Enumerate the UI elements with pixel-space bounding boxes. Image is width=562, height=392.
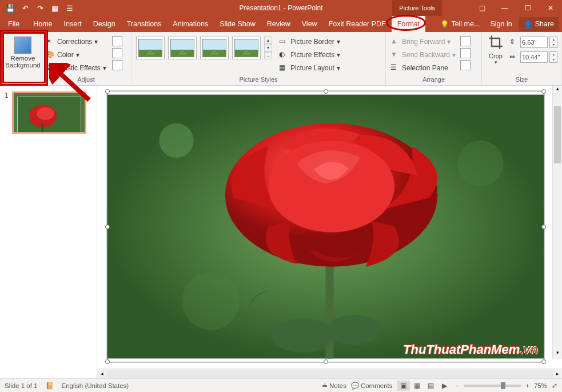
- selection-pane-icon: ☰: [390, 63, 400, 73]
- fit-to-window-icon[interactable]: ⤢: [552, 382, 557, 390]
- resize-handle-ne[interactable]: [541, 89, 546, 94]
- picture-border-dropdown[interactable]: ▭Picture Border▾: [277, 35, 342, 48]
- bring-forward-button[interactable]: ▲Bring Forward▾: [388, 35, 458, 48]
- start-from-beginning-icon[interactable]: ▦: [48, 1, 62, 15]
- share-button[interactable]: 👤 Share: [519, 17, 559, 31]
- tab-view[interactable]: View: [296, 16, 323, 32]
- reset-picture-icon[interactable]: [112, 60, 122, 70]
- style-preset-4[interactable]: [232, 37, 261, 59]
- slideshow-view-icon[interactable]: ▶: [439, 381, 451, 391]
- tab-foxit-pdf[interactable]: Foxit Reader PDF: [323, 16, 392, 32]
- slide-canvas-area: ▴ ▾: [97, 86, 562, 378]
- zoom-slider[interactable]: [464, 385, 521, 387]
- spell-check-icon[interactable]: 📔: [46, 382, 54, 390]
- svg-point-2: [37, 107, 54, 120]
- slide-thumbnail-1[interactable]: 1: [5, 91, 92, 134]
- height-row: ⇕ 6.63" ▴▾: [509, 37, 557, 48]
- notes-button[interactable]: ≐Notes: [322, 382, 346, 390]
- zoom-in-icon[interactable]: +: [525, 382, 529, 389]
- height-icon: ⇕: [509, 38, 519, 47]
- resize-handle-s[interactable]: [324, 359, 328, 364]
- slide-sorter-view-icon[interactable]: ▦: [411, 381, 424, 391]
- tab-design[interactable]: Design: [87, 16, 121, 32]
- height-input[interactable]: 6.63": [520, 37, 548, 48]
- resize-handle-se[interactable]: [541, 359, 546, 364]
- maximize-icon[interactable]: ☐: [516, 0, 539, 16]
- slide-counter[interactable]: Slide 1 of 1: [5, 382, 38, 389]
- resize-handle-w[interactable]: [105, 225, 110, 229]
- change-picture-icon[interactable]: [112, 48, 122, 58]
- width-input[interactable]: 10.44": [520, 51, 548, 63]
- minimize-icon[interactable]: —: [493, 0, 516, 16]
- tab-home[interactable]: Home: [27, 16, 58, 32]
- contextual-tab-label: Picture Tools: [392, 0, 442, 16]
- artistic-icon: 🖼: [46, 63, 55, 73]
- ribbon-display-options-icon[interactable]: ▢: [471, 0, 493, 16]
- language-indicator[interactable]: English (United States): [62, 382, 129, 389]
- slide-canvas[interactable]: ThuThuatPhanMem.vn: [106, 90, 545, 363]
- artistic-effects-dropdown[interactable]: 🖼Artistic Effects▾: [43, 62, 109, 74]
- save-icon[interactable]: 💾: [3, 1, 17, 15]
- redo-icon[interactable]: ↷: [33, 1, 47, 15]
- remove-bg-line2: Background: [5, 62, 40, 69]
- reading-view-icon[interactable]: ▤: [425, 381, 437, 391]
- tab-animations[interactable]: Animations: [167, 16, 214, 32]
- width-spinner[interactable]: ▴▾: [549, 51, 557, 63]
- close-icon[interactable]: ✕: [539, 0, 562, 16]
- resize-handle-e[interactable]: [541, 225, 546, 229]
- width-row: ⇔ 10.44" ▴▾: [509, 51, 557, 63]
- align-icon[interactable]: [460, 36, 471, 46]
- send-backward-button[interactable]: ▼Send Backward▾: [388, 49, 458, 61]
- selection-pane-button[interactable]: ☰Selection Pane: [388, 62, 458, 74]
- color-icon: 🎨: [46, 50, 55, 59]
- vertical-scrollbar[interactable]: ▴ ▾: [552, 86, 562, 359]
- picture-effects-dropdown[interactable]: ◐Picture Effects▾: [277, 49, 342, 61]
- crop-button[interactable]: Crop ▾: [484, 34, 507, 65]
- tab-format[interactable]: Format: [392, 16, 426, 32]
- rotate-icon[interactable]: [460, 60, 471, 70]
- watermark-text: ThuThuatPhanMem.vn: [403, 342, 538, 357]
- selected-picture[interactable]: ThuThuatPhanMem.vn: [107, 91, 544, 362]
- color-dropdown[interactable]: 🎨Color▾: [43, 49, 109, 61]
- tab-file[interactable]: File: [0, 16, 27, 32]
- tab-slide-show[interactable]: Slide Show: [214, 16, 261, 32]
- style-preset-2[interactable]: [168, 37, 197, 59]
- svg-point-5: [159, 123, 193, 158]
- style-preset-1[interactable]: [136, 37, 165, 59]
- resize-handle-sw[interactable]: [105, 359, 110, 364]
- picture-layout-dropdown[interactable]: ▦Picture Layout▾: [277, 62, 342, 74]
- sign-in-link[interactable]: Sign in: [487, 20, 515, 28]
- rose-image: [107, 91, 544, 362]
- height-spinner[interactable]: ▴▾: [549, 37, 557, 48]
- lightbulb-icon: 💡: [440, 20, 449, 29]
- picture-styles-gallery[interactable]: ▴▾⌄: [134, 33, 274, 63]
- resize-handle-n[interactable]: [324, 89, 328, 94]
- gallery-more-button[interactable]: ▴▾⌄: [264, 37, 272, 59]
- tell-me-search[interactable]: 💡 Tell me...: [437, 20, 483, 29]
- tab-review[interactable]: Review: [261, 16, 296, 32]
- style-preset-3[interactable]: [200, 37, 229, 59]
- slide-thumb-image: [12, 91, 86, 134]
- touch-mode-icon[interactable]: ☰: [63, 1, 77, 15]
- picture-styles-group-label: Picture Styles: [134, 76, 383, 84]
- tab-insert[interactable]: Insert: [58, 16, 87, 32]
- remove-background-button[interactable]: Remove Background: [2, 33, 43, 69]
- comments-button[interactable]: 💬Comments: [351, 382, 393, 390]
- normal-view-icon[interactable]: ▣: [397, 381, 410, 391]
- undo-icon[interactable]: ↶: [18, 1, 32, 15]
- ribbon-tabstrip: File Home Insert Design Transitions Anim…: [0, 16, 562, 32]
- group-icon[interactable]: [460, 48, 471, 58]
- notes-label: Notes: [329, 382, 346, 389]
- resize-handle-nw[interactable]: [105, 89, 110, 94]
- corrections-icon: ☀: [46, 37, 55, 46]
- tab-transitions[interactable]: Transitions: [121, 16, 168, 32]
- zoom-out-icon[interactable]: −: [456, 382, 460, 389]
- slide-thumbnails-panel[interactable]: 1: [0, 86, 97, 378]
- zoom-level[interactable]: 75%: [534, 382, 547, 389]
- width-icon: ⇔: [509, 53, 519, 62]
- bring-forward-label: Bring Forward: [402, 38, 445, 46]
- compress-pictures-icon[interactable]: [112, 36, 122, 46]
- corrections-dropdown[interactable]: ☀Corrections▾: [43, 35, 109, 48]
- picture-effects-label: Picture Effects: [290, 51, 334, 59]
- horizontal-scrollbar[interactable]: ◂ ▸: [97, 369, 562, 378]
